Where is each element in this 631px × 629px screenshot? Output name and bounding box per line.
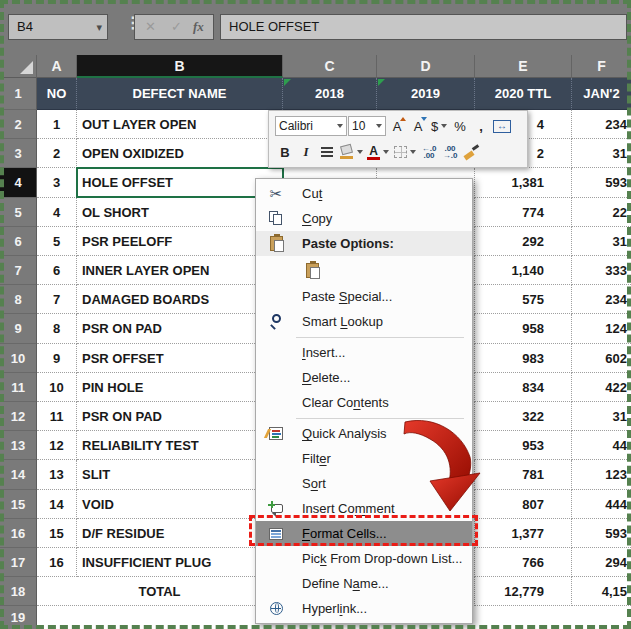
cell[interactable]: OUT LAYER OPEN: [77, 110, 283, 139]
cell[interactable]: 12,779: [475, 577, 572, 606]
cell[interactable]: PSR PEELOFF: [77, 227, 283, 256]
format-painter-button[interactable]: [461, 142, 481, 162]
row-header-1[interactable]: 1: [0, 78, 37, 110]
enter-icon[interactable]: ✓: [171, 19, 182, 34]
cell[interactable]: PSR OFFSET: [77, 344, 283, 373]
cell[interactable]: 602: [572, 344, 631, 373]
cell[interactable]: 31: [572, 227, 631, 256]
cell[interactable]: 766: [475, 548, 572, 577]
cell[interactable]: 11: [37, 402, 77, 431]
merge-center-button[interactable]: ↔: [492, 116, 512, 136]
col-header-f[interactable]: F: [572, 55, 631, 78]
grow-font-button[interactable]: A: [387, 116, 407, 136]
col-header-e[interactable]: E: [475, 55, 572, 78]
cell[interactable]: RELIABILITY TEST: [77, 431, 283, 460]
font-size-select[interactable]: 10: [348, 116, 386, 136]
cell[interactable]: SLIT: [77, 460, 283, 490]
cell[interactable]: 7: [37, 285, 77, 314]
insert-function-icon[interactable]: fx: [193, 19, 204, 35]
font-name-select[interactable]: Calibri: [275, 116, 347, 136]
cell[interactable]: 322: [475, 402, 572, 431]
menu-item-sort[interactable]: Sort▸: [256, 471, 472, 496]
formula-bar[interactable]: HOLE OFFSET: [220, 14, 627, 40]
cell[interactable]: 6: [37, 256, 77, 285]
cell[interactable]: PSR ON PAD: [77, 314, 283, 344]
cell[interactable]: 593: [572, 168, 631, 198]
name-box-dropdown-icon[interactable]: ▾: [96, 21, 102, 34]
cell[interactable]: INSUFFICIENT PLUG: [77, 548, 283, 577]
cell[interactable]: PSR ON PAD: [77, 402, 283, 431]
name-box[interactable]: B4 ▾: [8, 14, 108, 40]
font-color-button[interactable]: A: [365, 142, 391, 162]
cell[interactable]: 124: [572, 314, 631, 344]
cell[interactable]: 234: [572, 285, 631, 314]
header-cell-2018[interactable]: 2018: [283, 78, 377, 110]
menu-item-clear-contents[interactable]: Clear Contents: [256, 390, 472, 415]
menu-item-copy[interactable]: Copy: [256, 206, 472, 231]
cell[interactable]: 575: [475, 285, 572, 314]
cell[interactable]: 953: [475, 431, 572, 460]
menu-item-pick-from-drop-down-list[interactable]: Pick From Drop-down List...: [256, 546, 472, 571]
cell[interactable]: 31: [572, 139, 631, 168]
menu-item-format-cells[interactable]: Format Cells...: [256, 521, 472, 546]
cell[interactable]: 123: [572, 460, 631, 490]
header-cell-2020ttl[interactable]: 2020 TTL: [475, 78, 572, 110]
cell[interactable]: 12: [37, 431, 77, 460]
cell[interactable]: 14: [37, 490, 77, 519]
col-header-c[interactable]: C: [283, 55, 377, 78]
cell[interactable]: 2: [37, 139, 77, 168]
col-header-b[interactable]: B: [77, 55, 283, 78]
cell[interactable]: 22: [572, 198, 631, 227]
header-cell-jan[interactable]: JAN'2: [572, 78, 631, 110]
col-header-a[interactable]: A: [37, 55, 77, 78]
cell[interactable]: 958: [475, 314, 572, 344]
percent-style-button[interactable]: %: [450, 116, 470, 136]
cell[interactable]: 4,15: [572, 577, 631, 606]
center-align-button[interactable]: [317, 142, 337, 162]
cell[interactable]: 294: [572, 548, 631, 577]
cell[interactable]: 333: [572, 256, 631, 285]
menu-item-delete[interactable]: Delete...: [256, 365, 472, 390]
menu-item-smart-lookup[interactable]: Smart Lookup: [256, 309, 472, 334]
menu-item-insert-comment[interactable]: Insert Comment: [256, 496, 472, 521]
col-header-d[interactable]: D: [377, 55, 475, 78]
cell[interactable]: 44: [572, 431, 631, 460]
menu-paste-button[interactable]: [256, 256, 472, 284]
cell[interactable]: 13: [37, 460, 77, 490]
decrease-decimal-button[interactable]: .00→.0: [440, 142, 460, 162]
menu-item-hyperlink[interactable]: Hyperlink...: [256, 596, 472, 621]
accounting-format-button[interactable]: $: [429, 116, 449, 136]
cell[interactable]: 807: [475, 490, 572, 519]
cell[interactable]: INNER LAYER OPEN: [77, 256, 283, 285]
menu-item-insert[interactable]: Insert...: [256, 340, 472, 365]
cell[interactable]: 10: [37, 373, 77, 402]
cell[interactable]: 1,140: [475, 256, 572, 285]
menu-item-quick-analysis[interactable]: Quick Analysis: [256, 421, 472, 446]
cell[interactable]: 593: [572, 519, 631, 548]
cell[interactable]: 8: [37, 314, 77, 344]
cell[interactable]: 774: [475, 198, 572, 227]
shrink-font-button[interactable]: A: [408, 116, 428, 136]
menu-item-define-name[interactable]: Define Name...: [256, 571, 472, 596]
cell[interactable]: 1,377: [475, 519, 572, 548]
select-all-corner[interactable]: [0, 55, 37, 78]
fill-color-button[interactable]: [338, 142, 364, 162]
cell[interactable]: 781: [475, 460, 572, 490]
bold-button[interactable]: B: [275, 142, 295, 162]
menu-item-cut[interactable]: ✂Cut: [256, 181, 472, 206]
cell[interactable]: 3: [37, 168, 77, 198]
header-cell-defect-name[interactable]: DEFECT NAME: [77, 78, 283, 110]
menu-item-paste-special[interactable]: Paste Special...: [256, 284, 472, 309]
cell[interactable]: 444: [572, 490, 631, 519]
cell[interactable]: 9: [37, 344, 77, 373]
cell[interactable]: OPEN OXIDIZED: [77, 139, 283, 168]
cell[interactable]: OL SHORT: [77, 198, 283, 227]
cell[interactable]: 983: [475, 344, 572, 373]
italic-button[interactable]: I: [296, 142, 316, 162]
cell[interactable]: PIN HOLE: [77, 373, 283, 402]
comma-style-button[interactable]: ,: [471, 116, 491, 136]
cell[interactable]: 15: [37, 519, 77, 548]
cell[interactable]: 234: [572, 110, 631, 139]
menu-item-paste-options[interactable]: Paste Options:: [256, 231, 472, 256]
header-cell-2019[interactable]: 2019: [377, 78, 475, 110]
